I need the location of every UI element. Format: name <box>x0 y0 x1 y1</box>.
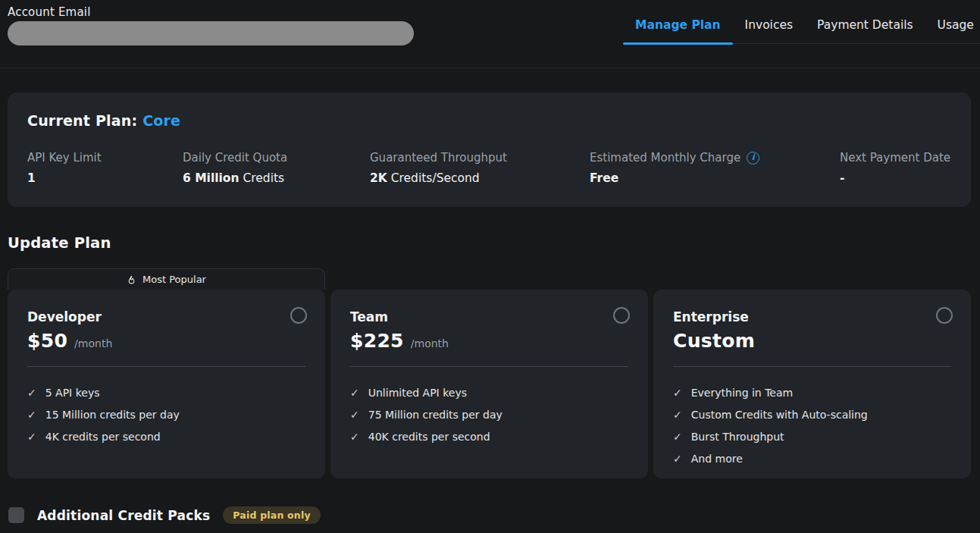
plan-feature: ✓15 Million credits per day <box>27 403 305 425</box>
credit-packs-label: Additional Credit Packs <box>37 508 210 523</box>
plan-name: Enterprise <box>673 309 951 325</box>
plan-feature: ✓75 Million credits per day <box>350 403 628 425</box>
plan-column-developer: Most Popular Developer $50 /month ✓5 API… <box>8 268 325 478</box>
credit-packs-checkbox[interactable] <box>8 507 24 523</box>
plan-period: /month <box>411 337 449 350</box>
stat-estimated-monthly-charge: Estimated Monthly Charge i Free <box>590 151 759 185</box>
plan-period: /month <box>74 337 112 350</box>
tab-payment-details[interactable]: Payment Details <box>805 18 925 43</box>
stat-label: Next Payment Date <box>840 151 950 165</box>
paid-plan-only-badge: Paid plan only <box>223 506 320 524</box>
stat-value: Free <box>590 171 618 185</box>
flame-icon <box>127 274 136 285</box>
check-icon: ✓ <box>673 431 682 443</box>
stat-value: 2K <box>370 171 387 185</box>
plan-card-developer[interactable]: Developer $50 /month ✓5 API keys ✓15 Mil… <box>8 290 325 478</box>
check-icon: ✓ <box>350 431 359 443</box>
plan-feature: ✓40K credits per second <box>350 425 628 447</box>
plan-card-enterprise[interactable]: Enterprise Custom ✓Everything in Team ✓C… <box>653 290 971 478</box>
account-email-field[interactable] <box>8 21 414 45</box>
plan-divider <box>27 366 305 367</box>
header-divider <box>0 67 980 68</box>
plan-feature: ✓4K credits per second <box>27 425 305 447</box>
check-icon: ✓ <box>27 409 36 421</box>
current-plan-name: Core <box>142 112 180 129</box>
current-plan-title-prefix: Current Plan: <box>27 112 142 129</box>
plan-price: $50 <box>27 330 67 352</box>
plan-card-team[interactable]: Team $225 /month ✓Unlimited API keys ✓75… <box>330 290 648 478</box>
current-plan-title: Current Plan: Core <box>27 112 180 129</box>
plan-name: Team <box>350 309 628 325</box>
most-popular-banner: Most Popular <box>8 268 325 290</box>
stat-value: - <box>840 171 844 185</box>
stat-next-payment-date: Next Payment Date - <box>840 151 950 185</box>
billing-tabs: Manage Plan Invoices Payment Details Usa… <box>623 18 980 44</box>
plan-radio-team[interactable] <box>613 307 630 324</box>
plan-feature-list: ✓5 API keys ✓15 Million credits per day … <box>27 381 305 447</box>
check-icon: ✓ <box>673 409 682 421</box>
stat-guaranteed-throughput: Guaranteed Throughput 2K Credits/Second <box>370 151 507 185</box>
plan-divider <box>673 366 951 367</box>
check-icon: ✓ <box>350 409 359 421</box>
check-icon: ✓ <box>350 387 359 399</box>
plan-feature: ✓Unlimited API keys <box>350 381 628 403</box>
most-popular-label: Most Popular <box>142 274 206 285</box>
stat-value: 6 Million <box>183 171 240 185</box>
update-plan-heading: Update Plan <box>8 234 111 252</box>
plan-price: $225 <box>350 330 404 352</box>
tab-usage[interactable]: Usage <box>925 18 980 43</box>
plan-feature: ✓Everything in Team <box>673 381 951 403</box>
check-icon: ✓ <box>673 453 682 465</box>
current-plan-card: Current Plan: Core API Key Limit 1 Daily… <box>8 92 971 207</box>
additional-credit-packs-row: Additional Credit Packs Paid plan only <box>8 506 321 524</box>
plan-feature: ✓Burst Throughput <box>673 425 951 447</box>
stat-label: Daily Credit Quota <box>183 151 287 165</box>
stat-label: API Key Limit <box>27 151 102 165</box>
plan-feature: ✓And more <box>673 447 951 469</box>
plan-column-enterprise: Enterprise Custom ✓Everything in Team ✓C… <box>653 268 971 478</box>
plan-name: Developer <box>27 309 305 325</box>
plan-feature: ✓Custom Credits with Auto-scaling <box>673 403 951 425</box>
account-email-label: Account Email <box>8 5 91 19</box>
stat-label: Guaranteed Throughput <box>370 151 507 165</box>
plan-feature-list: ✓Everything in Team ✓Custom Credits with… <box>673 381 951 469</box>
plan-divider <box>350 366 628 367</box>
check-icon: ✓ <box>27 387 36 399</box>
tab-manage-plan[interactable]: Manage Plan <box>623 18 733 43</box>
stat-daily-credit-quota: Daily Credit Quota 6 Million Credits <box>183 151 287 185</box>
check-icon: ✓ <box>673 387 682 399</box>
tab-invoices[interactable]: Invoices <box>733 18 806 43</box>
plan-feature: ✓5 API keys <box>27 381 305 403</box>
info-icon[interactable]: i <box>747 152 759 165</box>
plan-radio-enterprise[interactable] <box>936 307 953 324</box>
check-icon: ✓ <box>27 431 36 443</box>
stat-label: Estimated Monthly Charge <box>590 151 740 165</box>
stat-value: 1 <box>27 171 36 185</box>
plan-radio-developer[interactable] <box>290 307 307 324</box>
plan-feature-list: ✓Unlimited API keys ✓75 Million credits … <box>350 381 628 447</box>
stat-api-key-limit: API Key Limit 1 <box>27 151 102 185</box>
plan-column-team: Team $225 /month ✓Unlimited API keys ✓75… <box>330 268 648 478</box>
plan-cards: Most Popular Developer $50 /month ✓5 API… <box>8 268 971 478</box>
plan-price: Custom <box>673 330 755 352</box>
